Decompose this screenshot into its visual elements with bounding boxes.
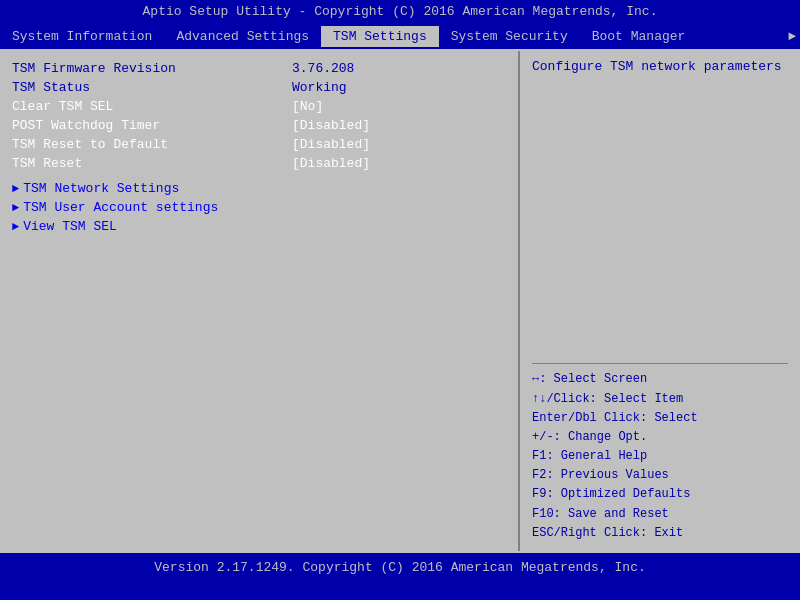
submenu-arrow-network: ► xyxy=(12,182,19,196)
keybind-enter: Enter/Dbl Click: Select xyxy=(532,409,788,428)
setting-clear-tsm-sel-label: Clear TSM SEL xyxy=(12,99,292,114)
menu-bar: System Information Advanced Settings TSM… xyxy=(0,24,800,51)
setting-tsm-status-value: Working xyxy=(292,80,347,95)
setting-tsm-reset-value: [Disabled] xyxy=(292,156,370,171)
keybind-f1: F1: General Help xyxy=(532,447,788,466)
keybind-select-screen: ↔: Select Screen xyxy=(532,370,788,389)
submenu-network-label: TSM Network Settings xyxy=(23,181,179,196)
setting-clear-tsm-sel[interactable]: Clear TSM SEL [No] xyxy=(12,97,506,116)
setting-tsm-reset-default-label: TSM Reset to Default xyxy=(12,137,292,152)
submenu-user-account[interactable]: ► TSM User Account settings xyxy=(12,198,506,217)
keybind-f9: F9: Optimized Defaults xyxy=(532,485,788,504)
footer: Version 2.17.1249. Copyright (C) 2016 Am… xyxy=(0,551,800,581)
menu-boot-manager[interactable]: Boot Manager xyxy=(580,26,698,47)
help-text: Configure TSM network parameters xyxy=(532,59,788,363)
keybind-f10: F10: Save and Reset xyxy=(532,505,788,524)
keybind-f2: F2: Previous Values xyxy=(532,466,788,485)
setting-tsm-reset-default-value: [Disabled] xyxy=(292,137,370,152)
keybindings: ↔: Select Screen ↑↓/Click: Select Item E… xyxy=(532,363,788,543)
keybind-esc: ESC/Right Click: Exit xyxy=(532,524,788,543)
submenu-network-settings[interactable]: ► TSM Network Settings xyxy=(12,179,506,198)
setting-clear-tsm-sel-value: [No] xyxy=(292,99,323,114)
setting-tsm-reset[interactable]: TSM Reset [Disabled] xyxy=(12,154,506,173)
left-panel: TSM Firmware Revision 3.76.208 TSM Statu… xyxy=(0,51,520,551)
right-panel: Configure TSM network parameters ↔: Sele… xyxy=(520,51,800,551)
title-bar: Aptio Setup Utility - Copyright (C) 2016… xyxy=(0,0,800,24)
submenu-arrow-sel: ► xyxy=(12,220,19,234)
main-content: TSM Firmware Revision 3.76.208 TSM Statu… xyxy=(0,51,800,551)
menu-advanced-settings[interactable]: Advanced Settings xyxy=(164,26,321,47)
menu-tsm-settings[interactable]: TSM Settings xyxy=(321,26,439,47)
title-text: Aptio Setup Utility - Copyright (C) 2016… xyxy=(143,4,658,19)
setting-post-watchdog[interactable]: POST Watchdog Timer [Disabled] xyxy=(12,116,506,135)
submenu-arrow-user: ► xyxy=(12,201,19,215)
setting-post-watchdog-value: [Disabled] xyxy=(292,118,370,133)
menu-system-information[interactable]: System Information xyxy=(0,26,164,47)
keybind-select-item: ↑↓/Click: Select Item xyxy=(532,390,788,409)
setting-firmware-revision-value: 3.76.208 xyxy=(292,61,354,76)
submenu-user-label: TSM User Account settings xyxy=(23,200,218,215)
keybind-change-opt: +/-: Change Opt. xyxy=(532,428,788,447)
setting-tsm-reset-label: TSM Reset xyxy=(12,156,292,171)
menu-system-security[interactable]: System Security xyxy=(439,26,580,47)
setting-firmware-revision: TSM Firmware Revision 3.76.208 xyxy=(12,59,506,78)
submenu-view-sel[interactable]: ► View TSM SEL xyxy=(12,217,506,236)
setting-tsm-status: TSM Status Working xyxy=(12,78,506,97)
setting-post-watchdog-label: POST Watchdog Timer xyxy=(12,118,292,133)
setting-tsm-reset-default[interactable]: TSM Reset to Default [Disabled] xyxy=(12,135,506,154)
footer-text: Version 2.17.1249. Copyright (C) 2016 Am… xyxy=(154,560,645,575)
submenu-sel-label: View TSM SEL xyxy=(23,219,117,234)
menu-scroll-arrow: ► xyxy=(784,26,800,47)
setting-tsm-status-label: TSM Status xyxy=(12,80,292,95)
setting-firmware-revision-label: TSM Firmware Revision xyxy=(12,61,292,76)
help-text-content: Configure TSM network parameters xyxy=(532,59,782,74)
